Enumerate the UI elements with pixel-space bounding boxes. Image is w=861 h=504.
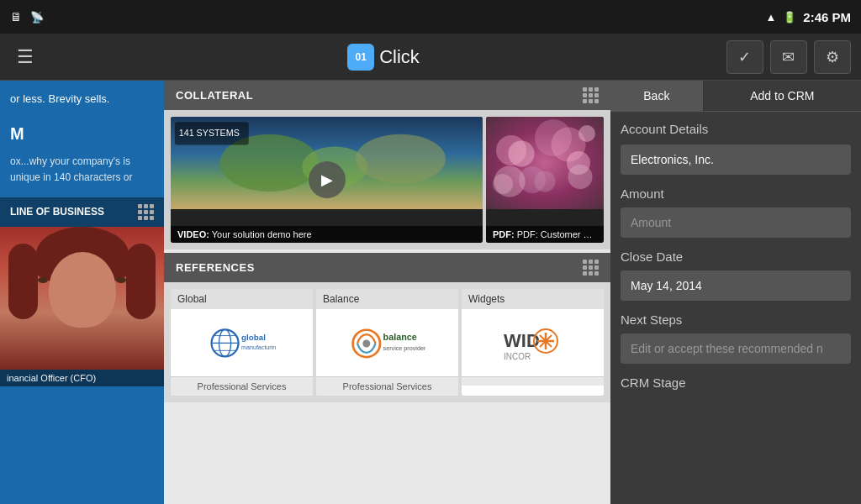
pdf-thumbnail (486, 117, 604, 209)
media-row: 141 SYSTEMS ▶ VIDEO: Your solution demo … (164, 110, 610, 249)
ref-card-balance[interactable]: Balance balance service provider (316, 289, 458, 396)
logo-prefix: 01 (355, 51, 366, 63)
svg-text:INCOR: INCOR (504, 352, 531, 361)
svg-text:manufacturing: manufacturing (241, 344, 276, 351)
left-panel-initial: M (0, 118, 164, 150)
amount-input[interactable] (621, 207, 851, 238)
main-content: or less. Brevity sells. M ox...why your … (0, 81, 861, 504)
logo-icon: 01 (347, 44, 374, 71)
mail-button[interactable]: ✉ (770, 40, 807, 74)
next-steps-input[interactable] (621, 333, 851, 364)
ref-card-header-balance: Balance (316, 289, 458, 309)
line-of-business-section: LINE OF BUSINESS (0, 197, 164, 386)
top-nav-right: ✓ ✉ ⚙ (726, 40, 851, 74)
svg-point-20 (362, 339, 370, 347)
svg-text:141 SYSTEMS: 141 SYSTEMS (179, 128, 240, 138)
battery-icon: 🔋 (783, 11, 796, 24)
crm-stage-label: CRM Stage (621, 375, 851, 390)
top-nav-left: ☰ (10, 39, 40, 75)
svg-text:global: global (241, 333, 266, 342)
global-logo-svg: global manufacturing (209, 322, 276, 364)
time-display: 2:46 PM (803, 10, 851, 24)
status-bar: 🖥 📡 ▲ 🔋 2:46 PM (0, 0, 861, 34)
ref-card-header-global: Global (171, 289, 313, 309)
next-steps-label: Next Steps (621, 312, 851, 327)
person-image (0, 227, 164, 370)
play-button[interactable]: ▶ (309, 161, 346, 198)
ref-card-global[interactable]: Global global manufacturing (171, 289, 313, 396)
status-bar-left: 🖥 📡 (10, 10, 44, 24)
settings-button[interactable]: ⚙ (814, 40, 851, 74)
svg-text:balance: balance (383, 332, 416, 342)
app-logo: 01 Click (347, 44, 420, 71)
references-grid-icon[interactable] (583, 260, 599, 276)
ref-card-logo-balance: balance service provider (316, 309, 458, 376)
center-panel: COLLATERAL (164, 81, 610, 504)
video-card[interactable]: 141 SYSTEMS ▶ VIDEO: Your solution demo … (171, 117, 483, 243)
ref-card-logo-widgets: WID INCOR (462, 309, 604, 376)
balance-logo-svg: balance service provider (350, 320, 425, 366)
svg-point-3 (356, 134, 446, 184)
checkmark-button[interactable]: ✓ (726, 40, 763, 74)
ref-card-footer-global: Professional Services (171, 376, 313, 396)
screen-icon: 🖥 (10, 10, 22, 24)
collateral-section: COLLATERAL (164, 81, 610, 249)
close-date-label: Close Date (621, 249, 851, 264)
account-details-title: Account Details (621, 122, 851, 136)
left-panel-description: ox...why your company's is unique in 140… (0, 150, 164, 189)
crm-panel: Back Add to CRM Account Details Amount C… (610, 81, 861, 504)
line-of-business-header: LINE OF BUSINESS (0, 197, 164, 227)
menu-button[interactable]: ☰ (10, 39, 40, 75)
ref-card-widgets[interactable]: Widgets WID (462, 289, 604, 396)
widgets-logo-svg: WID INCOR (499, 320, 567, 366)
back-button[interactable]: Back (610, 81, 704, 111)
cast-icon: 📡 (30, 11, 44, 24)
ref-card-footer-widgets (462, 376, 604, 386)
bokeh-effect (486, 117, 604, 209)
account-name-input[interactable] (621, 144, 851, 175)
ref-card-logo-global: global manufacturing (171, 309, 313, 376)
cfo-label: inancial Officer (CFO) (0, 370, 164, 386)
pdf-label: PDF: PDF: Customer Prese (486, 226, 604, 243)
references-header: REFERENCES (164, 253, 610, 282)
logo-text: Click (379, 46, 420, 68)
top-nav: ☰ 01 Click ✓ ✉ ⚙ (0, 34, 861, 81)
amount-label: Amount (621, 186, 851, 201)
add-to-crm-button[interactable]: Add to CRM (704, 81, 861, 111)
left-panel: or less. Brevity sells. M ox...why your … (0, 81, 164, 504)
pdf-card[interactable]: PDF: PDF: Customer Prese (486, 117, 604, 243)
collateral-header: COLLATERAL (164, 81, 610, 110)
close-date-input[interactable] (621, 270, 851, 301)
ref-card-footer-balance: Professional Services (316, 376, 458, 396)
ref-card-header-widgets: Widgets (462, 289, 604, 309)
crm-form: Account Details Amount Close Date Next S… (610, 112, 861, 407)
status-bar-right: ▲ 🔋 2:46 PM (765, 10, 851, 24)
crm-action-bar: Back Add to CRM (610, 81, 861, 112)
ref-cards-row: Global global manufacturing (164, 282, 610, 402)
wifi-icon: ▲ (765, 11, 776, 24)
references-section: REFERENCES Global (164, 253, 610, 402)
svg-text:service provider: service provider (383, 344, 425, 352)
video-label: VIDEO: Your solution demo here (171, 226, 483, 243)
grid-icon[interactable] (138, 204, 154, 220)
left-panel-tagline: or less. Brevity sells. (0, 81, 164, 118)
collateral-grid-icon[interactable] (583, 87, 599, 103)
